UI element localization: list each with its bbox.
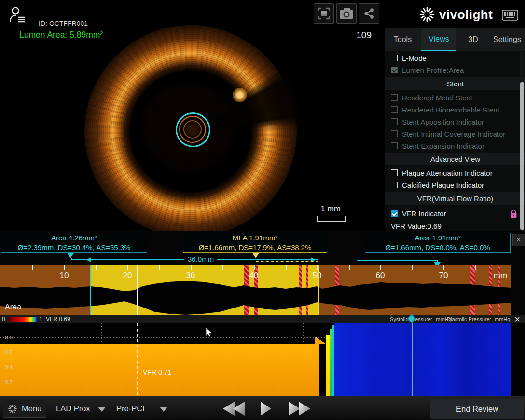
measurement-box-proximal[interactable]: Area 4.26mm² Ø=2.39mm, DS=30.4%, AS=55.3… bbox=[1, 233, 147, 253]
vessel-dropdown-value: LAD Prox bbox=[56, 404, 90, 413]
panel-scrollbar-thumb[interactable] bbox=[520, 82, 524, 230]
rewind-button[interactable] bbox=[223, 402, 245, 416]
ruler-tick bbox=[127, 265, 128, 270]
checkbox bbox=[391, 106, 398, 113]
fast-forward-icon bbox=[299, 402, 310, 416]
end-review-button[interactable]: End Review bbox=[430, 399, 524, 419]
play-button[interactable] bbox=[261, 402, 271, 418]
menu-button[interactable]: Menu bbox=[3, 400, 46, 418]
systolic-pressure: Systolic Pressure:--mmHg bbox=[390, 316, 452, 322]
diastolic-pressure: Diastolic Pressure:--mmHg bbox=[447, 316, 510, 322]
current-frame-line[interactable] bbox=[137, 265, 138, 315]
oct-image-pane[interactable]: ID: OCTFFR001 Lumen Area: 5.89mm² 109 bbox=[0, 0, 385, 231]
ruler-tick bbox=[349, 265, 350, 270]
fast-forward-button[interactable] bbox=[289, 402, 310, 416]
ruler-label: 50 bbox=[307, 271, 327, 280]
ruler-tick bbox=[412, 265, 413, 270]
measurement-box-mla[interactable]: MLA 1.91mm² Ø=1.66mm, DS=17.9%, AS=38.2% bbox=[183, 233, 327, 253]
span-start-line[interactable] bbox=[90, 265, 91, 315]
tab-3d[interactable]: 3D bbox=[462, 28, 484, 51]
distal-bracket-line bbox=[357, 260, 438, 261]
y-axis-tick bbox=[0, 353, 3, 353]
snapshot-button[interactable] bbox=[336, 3, 357, 24]
mla-marker-triangle[interactable] bbox=[252, 253, 259, 258]
ruler-tick bbox=[254, 265, 255, 270]
measurement-detail: Ø=1.66mm, DS=17.9%, AS=38.2% bbox=[199, 243, 312, 252]
end-review-label: End Review bbox=[456, 405, 498, 414]
measurement-box-distal[interactable]: Area 1.91mm² Ø=1.66mm, DS=0.0%, AS=0.0% bbox=[365, 233, 511, 253]
checkbox-checked bbox=[391, 67, 398, 73]
option-stent-apposition-indicator: Stent Apposition Indicator bbox=[385, 116, 525, 127]
measurement-detail: Ø=1.66mm, DS=0.0%, AS=0.0% bbox=[385, 243, 490, 252]
pressure-marker-line[interactable] bbox=[412, 323, 413, 396]
close-vfr-pane-button[interactable]: × bbox=[511, 314, 523, 324]
play-icon bbox=[261, 402, 271, 416]
longitudinal-strip[interactable]: 10 20 30 40 50 60 70 mm Area bbox=[0, 265, 511, 315]
option-l-mode[interactable]: L-Mode bbox=[385, 52, 525, 64]
lumen-area-readout: Lumen Area: 5.89mm² bbox=[19, 30, 103, 40]
option-plaque-attenuation-indicator[interactable]: Plaque Attenuation Indicator bbox=[385, 167, 525, 179]
mouse-cursor bbox=[206, 327, 213, 338]
menu-spinner-icon bbox=[8, 404, 17, 414]
camera-icon bbox=[339, 7, 354, 20]
option-rendered-metal-stent: Rendered Metal Stent bbox=[385, 92, 525, 103]
keyboard-icon[interactable] bbox=[502, 10, 518, 21]
chevron-down-icon[interactable] bbox=[160, 407, 167, 412]
oct-workstation-screen: ID: OCTFFR001 Lumen Area: 5.89mm² 109 bbox=[0, 0, 525, 420]
checkbox bbox=[391, 182, 398, 188]
patient-id: ID: OCTFFR001 bbox=[39, 20, 88, 27]
ruler-tick bbox=[96, 265, 97, 270]
colorbar-min: 0 bbox=[2, 316, 5, 322]
span-end-line[interactable] bbox=[318, 265, 319, 315]
vivolight-logo-icon bbox=[419, 6, 435, 23]
chevron-down-icon[interactable] bbox=[98, 407, 106, 412]
ruler-label: 10 bbox=[55, 271, 74, 280]
vfr-pullback-map[interactable]: 0.8 0.6 0.4 0.2 VFR 0.71 bbox=[0, 323, 525, 396]
vfr-frame-cursor[interactable] bbox=[137, 323, 138, 396]
patient-info[interactable]: ID: OCTFFR001 bbox=[9, 5, 153, 24]
tab-settings[interactable]: Settings bbox=[490, 28, 524, 51]
lumen-profile-pane: Area 4.26mm² Ø=2.39mm, DS=30.4%, AS=55.3… bbox=[0, 231, 525, 315]
ruler-tick bbox=[380, 265, 381, 270]
measurement-title: MLA 1.91mm² bbox=[233, 233, 277, 243]
bottom-bar: Menu LAD Prox Pre-PCI End Review bbox=[0, 396, 525, 420]
scale-bar-label: 1 mm bbox=[315, 204, 346, 213]
checkbox bbox=[391, 130, 398, 137]
gridline-vertical bbox=[101, 323, 102, 344]
fullscreen-button[interactable] bbox=[314, 3, 334, 24]
ruler-label: 70 bbox=[434, 271, 453, 280]
ruler-label: 40 bbox=[244, 271, 263, 280]
section-header-vfr: VFR(Virtual Flow Ratio) bbox=[385, 192, 525, 205]
catheter-core bbox=[183, 120, 202, 139]
ruler-tick bbox=[159, 265, 160, 270]
gridline-0.8 bbox=[0, 337, 333, 338]
ruler-tick bbox=[286, 265, 287, 270]
ruler-unit: mm bbox=[491, 271, 510, 280]
checkbox bbox=[391, 94, 398, 101]
option-calcified-plaque-indicator[interactable]: Calcified Plaque Indicator bbox=[385, 179, 525, 191]
vfr-header-value: VFR 0.69 bbox=[46, 316, 70, 322]
section-header-advanced-view: Advanced View bbox=[385, 153, 525, 165]
span-arrow-left bbox=[86, 257, 91, 262]
vfr-value-readout: VFR Value:0.69 bbox=[385, 220, 525, 232]
option-vfr-indicator[interactable]: VFR Indicator bbox=[385, 208, 525, 219]
y-axis-label: 0.2 bbox=[5, 379, 13, 385]
option-stent-expansion-indicator: Stent Expansion Indicator bbox=[385, 140, 525, 152]
colorbar-max: 1 bbox=[39, 316, 42, 322]
y-axis-label: 0.4 bbox=[5, 364, 13, 370]
panel-tabbar: Tools Views 3D Settings bbox=[385, 28, 525, 51]
share-button[interactable] bbox=[359, 3, 379, 24]
y-axis-tick bbox=[0, 383, 3, 383]
proximal-marker-triangle[interactable] bbox=[67, 253, 74, 258]
y-axis-tick bbox=[0, 368, 3, 368]
mla-dashed-line bbox=[256, 261, 318, 262]
y-axis-tick bbox=[0, 338, 3, 338]
strip-mode-label: Area bbox=[5, 303, 21, 311]
tab-views[interactable]: Views bbox=[421, 28, 456, 51]
measurement-title: Area 1.91mm² bbox=[414, 233, 460, 243]
ruler-label: 30 bbox=[181, 271, 200, 280]
tab-tools[interactable]: Tools bbox=[387, 28, 418, 51]
gridline-vertical bbox=[303, 323, 304, 344]
measurement-detail: Ø=2.39mm, DS=30.4%, AS=55.3% bbox=[18, 243, 131, 252]
close-profile-pane-button[interactable]: × bbox=[512, 234, 525, 246]
